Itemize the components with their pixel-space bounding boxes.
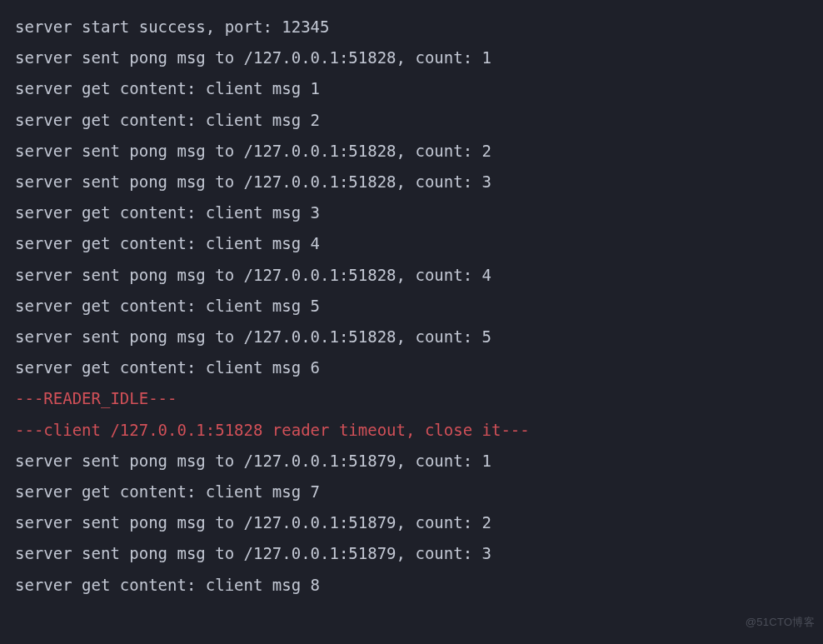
- log-line: server sent pong msg to /127.0.0.1:51879…: [15, 446, 808, 477]
- log-line: server sent pong msg to /127.0.0.1:51879…: [15, 538, 808, 569]
- log-line: server get content: client msg 1: [15, 73, 808, 104]
- log-line: server get content: client msg 3: [15, 197, 808, 228]
- log-line: server sent pong msg to /127.0.0.1:51828…: [15, 42, 808, 73]
- log-line: server get content: client msg 2: [15, 105, 808, 136]
- log-line: server get content: client msg 5: [15, 291, 808, 322]
- log-line: server sent pong msg to /127.0.0.1:51828…: [15, 260, 808, 291]
- log-line: server sent pong msg to /127.0.0.1:51879…: [15, 507, 808, 538]
- terminal-output[interactable]: server start success, port: 12345server …: [0, 0, 823, 644]
- log-line: ---READER_IDLE---: [15, 383, 808, 414]
- log-line: server sent pong msg to /127.0.0.1:51828…: [15, 167, 808, 197]
- log-line: server get content: client msg 8: [15, 570, 808, 601]
- log-line: server sent pong msg to /127.0.0.1:51828…: [15, 136, 808, 167]
- log-line: ---client /127.0.0.1:51828 reader timeou…: [15, 415, 808, 446]
- log-line: server get content: client msg 6: [15, 352, 808, 383]
- log-line: server start success, port: 12345: [15, 12, 808, 42]
- log-line: server get content: client msg 7: [15, 477, 808, 507]
- log-line: server sent pong msg to /127.0.0.1:51828…: [15, 322, 808, 352]
- watermark: @51CTO博客: [746, 607, 815, 637]
- log-line: server get content: client msg 4: [15, 228, 808, 259]
